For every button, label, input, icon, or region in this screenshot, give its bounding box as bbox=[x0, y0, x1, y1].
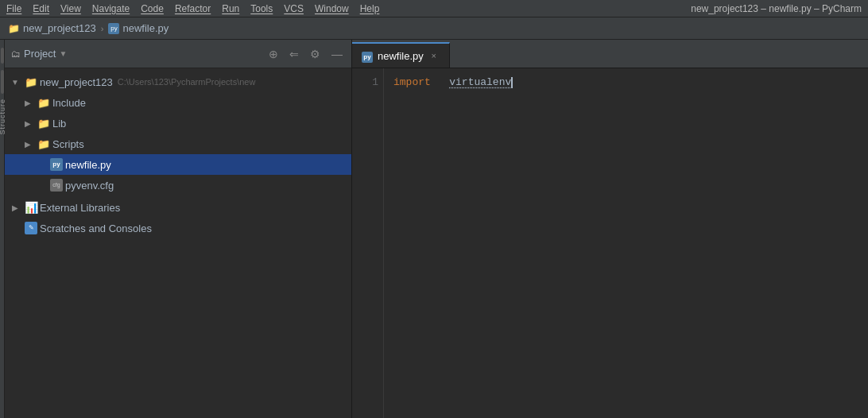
line-numbers: 1 bbox=[352, 68, 384, 418]
breadcrumb-file-name: newfile.py bbox=[122, 22, 169, 34]
menu-file[interactable]: File bbox=[6, 3, 21, 14]
menu-vcs[interactable]: VCS bbox=[284, 3, 304, 14]
text-cursor bbox=[511, 77, 513, 88]
tree-item-newfile[interactable]: py newfile.py bbox=[5, 154, 351, 175]
panel-folder-icon: 🗂 bbox=[11, 48, 21, 60]
tab-close-button[interactable]: × bbox=[428, 50, 440, 61]
menu-refactor[interactable]: Refactor bbox=[175, 3, 211, 14]
collapse-arrow-icon: ▼ bbox=[8, 75, 22, 89]
scratches-icon: ✎ bbox=[24, 221, 38, 235]
tab-label: newfile.py bbox=[378, 50, 424, 62]
menu-tools[interactable]: Tools bbox=[250, 3, 273, 14]
menu-navigate[interactable]: Navigate bbox=[92, 3, 130, 14]
panel-header: 🗂 Project ▼ ⊕ ⇐ ⚙ — bbox=[5, 40, 351, 68]
breadcrumb-py-icon: py bbox=[108, 23, 119, 34]
tree-label-lib: Lib bbox=[52, 118, 66, 130]
tree-item-scratches[interactable]: ✎ Scratches and Consoles bbox=[5, 218, 351, 238]
expand-arrow-scripts: ▶ bbox=[21, 137, 35, 151]
structure-bar-2 bbox=[1, 70, 4, 94]
settings-button[interactable]: ⚙ bbox=[308, 46, 323, 62]
tree-item-lib[interactable]: ▶ 📁 Lib bbox=[5, 113, 351, 134]
pyvenv-spacer bbox=[33, 178, 48, 192]
file-tree: ▼ 📁 new_project123 C:\Users\123\PycharmP… bbox=[5, 68, 351, 418]
breadcrumb-file[interactable]: py newfile.py bbox=[108, 22, 169, 34]
menu-bar: File Edit View Navigate Code Refactor Ru… bbox=[6, 3, 691, 14]
scratches-spacer bbox=[8, 221, 22, 235]
module-name: virtualenv bbox=[449, 76, 511, 88]
breadcrumb-project-name: new_project123 bbox=[23, 22, 96, 34]
extlibs-icon: 📊 bbox=[24, 200, 38, 215]
structure-bar-1 bbox=[1, 48, 4, 64]
lib-folder-icon: 📁 bbox=[37, 116, 51, 130]
root-folder-icon: 📁 bbox=[24, 75, 38, 89]
tree-label-newfile: newfile.py bbox=[65, 159, 111, 171]
tree-item-pyvenv[interactable]: cfg pyvenv.cfg bbox=[5, 175, 351, 195]
editor-area: py newfile.py × 1 import virtualenv bbox=[352, 40, 868, 418]
tree-item-include[interactable]: ▶ 📁 Include bbox=[5, 92, 351, 113]
import-keyword: import bbox=[393, 76, 431, 88]
locate-file-button[interactable]: ⊕ bbox=[266, 46, 281, 62]
tree-item-extlibs[interactable]: ▶ 📊 External Libraries bbox=[5, 197, 351, 218]
breadcrumb-project[interactable]: 📁 new_project123 bbox=[8, 22, 96, 34]
expand-arrow-extlibs: ▶ bbox=[8, 200, 22, 215]
close-panel-button[interactable]: — bbox=[329, 46, 345, 62]
newfile-py-icon: py bbox=[49, 157, 64, 172]
panel-title-label: Project bbox=[24, 48, 56, 60]
collapse-all-button[interactable]: ⇐ bbox=[287, 46, 301, 62]
tree-label-scripts: Scripts bbox=[52, 138, 84, 150]
project-panel: 🗂 Project ▼ ⊕ ⇐ ⚙ — ▼ 📁 new_project123 C… bbox=[5, 40, 352, 418]
pyvenv-cfg-icon: cfg bbox=[49, 178, 64, 192]
expand-arrow-icon: ▶ bbox=[21, 95, 35, 110]
window-title: new_project123 – newfile.py – PyCharm bbox=[691, 3, 862, 14]
menu-code[interactable]: Code bbox=[141, 3, 164, 14]
tree-label-include: Include bbox=[52, 97, 86, 109]
tree-path-root: C:\Users\123\PycharmProjects\new bbox=[118, 77, 256, 87]
tab-newfile[interactable]: py newfile.py × bbox=[352, 42, 450, 68]
editor-content[interactable]: 1 import virtualenv bbox=[352, 68, 868, 418]
tree-item-root[interactable]: ▼ 📁 new_project123 C:\Users\123\PycharmP… bbox=[5, 72, 351, 92]
panel-actions: ⊕ ⇐ ⚙ — bbox=[266, 46, 345, 62]
tree-label-scratches: Scratches and Consoles bbox=[40, 223, 152, 234]
tree-label-pyvenv: pyvenv.cfg bbox=[65, 180, 114, 192]
breadcrumb-separator: › bbox=[101, 24, 104, 33]
tree-label-extlibs: External Libraries bbox=[40, 202, 120, 214]
tab-bar: py newfile.py × bbox=[352, 40, 868, 68]
scripts-folder-icon: 📁 bbox=[37, 137, 51, 151]
breadcrumb: 📁 new_project123 › py newfile.py bbox=[0, 17, 868, 40]
menu-view[interactable]: View bbox=[60, 3, 81, 14]
code-area[interactable]: import virtualenv bbox=[384, 68, 868, 418]
include-folder-icon: 📁 bbox=[37, 95, 51, 110]
menu-help[interactable]: Help bbox=[360, 3, 380, 14]
expand-arrow-lib: ▶ bbox=[21, 116, 35, 130]
tab-py-icon: py bbox=[362, 49, 373, 63]
tree-label-root: new_project123 bbox=[40, 76, 113, 88]
menu-run[interactable]: Run bbox=[222, 3, 239, 14]
project-folder-icon: 📁 bbox=[8, 23, 20, 34]
panel-title[interactable]: 🗂 Project ▼ bbox=[11, 48, 262, 60]
main-layout: Structure 🗂 Project ▼ ⊕ ⇐ ⚙ — ▼ 📁 new_ bbox=[0, 40, 868, 418]
title-bar: File Edit View Navigate Code Refactor Ru… bbox=[0, 0, 868, 17]
line-number-1: 1 bbox=[357, 75, 378, 91]
menu-window[interactable]: Window bbox=[315, 3, 349, 14]
tree-item-scripts[interactable]: ▶ 📁 Scripts bbox=[5, 134, 351, 154]
structure-label[interactable]: Structure bbox=[0, 99, 6, 135]
newfile-spacer bbox=[33, 157, 48, 172]
menu-edit[interactable]: Edit bbox=[33, 3, 49, 14]
panel-dropdown-icon[interactable]: ▼ bbox=[59, 49, 67, 58]
